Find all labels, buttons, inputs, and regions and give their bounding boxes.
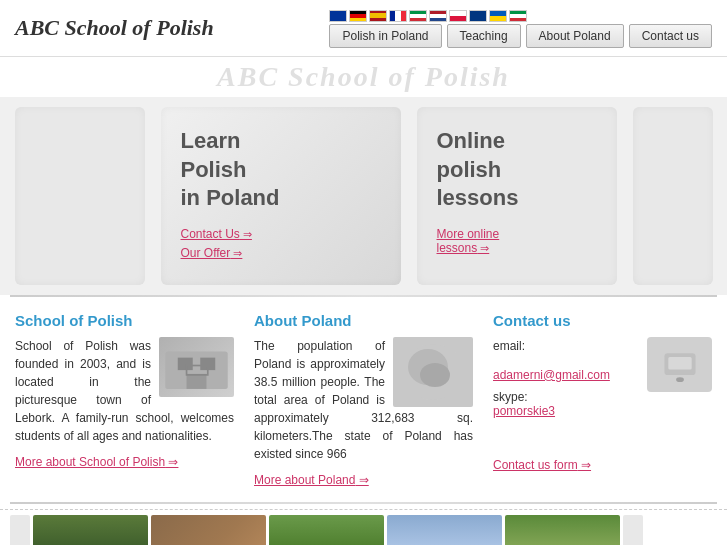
nav-about-poland[interactable]: About Poland xyxy=(526,24,624,48)
contact-title: Contact us xyxy=(493,312,712,329)
svg-rect-2 xyxy=(200,357,215,370)
nav: Polish in Poland Teaching About Poland C… xyxy=(329,24,712,48)
nav-teaching[interactable]: Teaching xyxy=(447,24,521,48)
phone-icon xyxy=(660,347,700,382)
language-flags xyxy=(329,10,527,22)
header: ABC School of Polish Polish in Poland Te… xyxy=(0,0,727,57)
flag-it[interactable] xyxy=(409,10,427,22)
hero-card-left-blank xyxy=(15,107,145,285)
flag-nl[interactable] xyxy=(429,10,447,22)
svg-rect-1 xyxy=(178,357,193,370)
svg-rect-8 xyxy=(668,357,691,369)
photo-next-button[interactable]: ▶ xyxy=(623,515,643,545)
content-divider xyxy=(10,502,717,504)
svg-point-6 xyxy=(420,363,450,387)
svg-point-9 xyxy=(676,377,684,382)
hero-contact-link[interactable]: Contact Us xyxy=(181,227,381,241)
nav-contact-us[interactable]: Contact us xyxy=(629,24,712,48)
site-title: ABC School of Polish xyxy=(15,15,214,41)
contact-col: Contact us email: adamerni@gmail.com sky… xyxy=(493,312,712,487)
skype-label: skype: xyxy=(493,390,712,404)
school-more-link[interactable]: More about School of Polish xyxy=(15,455,178,469)
hero-section: LearnPolishin Poland Contact Us Our Offe… xyxy=(0,97,727,295)
school-title: School of Polish xyxy=(15,312,234,329)
svg-rect-3 xyxy=(187,374,207,389)
flag-de[interactable] xyxy=(349,10,367,22)
hero-main-title: LearnPolishin Poland xyxy=(181,127,381,213)
poland-more-link[interactable]: More about Poland xyxy=(254,473,369,487)
contact-icon xyxy=(647,337,712,392)
poland-map xyxy=(393,337,473,407)
flag-fr[interactable] xyxy=(389,10,407,22)
poland-title: About Poland xyxy=(254,312,473,329)
photo-thumb-4 xyxy=(387,515,502,545)
photo-thumb-2 xyxy=(151,515,266,545)
content-section: School of Polish School of Polish was fo… xyxy=(0,297,727,497)
photo-prev-button[interactable]: ◀ xyxy=(10,515,30,545)
hero-offer-link[interactable]: Our Offer xyxy=(181,246,381,260)
photo-strip: ◀ ▶ xyxy=(0,509,727,545)
hero-card-right: Onlinepolishlessons More onlinelessons xyxy=(417,107,617,285)
skype-link[interactable]: pomorskie3 xyxy=(493,404,712,418)
photo-thumb-1 xyxy=(33,515,148,545)
photo-thumb-5 xyxy=(505,515,620,545)
school-image xyxy=(159,337,234,397)
photo-thumb-3 xyxy=(269,515,384,545)
hero-card-main: LearnPolishin Poland Contact Us Our Offe… xyxy=(161,107,401,285)
site-watermark: ABC School of Polish xyxy=(0,57,727,97)
poland-col: About Poland The population of Poland is… xyxy=(254,312,473,487)
hero-card-right-blank xyxy=(633,107,713,285)
hero-right-title: Onlinepolishlessons xyxy=(437,127,597,213)
flag-ru[interactable] xyxy=(469,10,487,22)
flag-it2[interactable] xyxy=(509,10,527,22)
flag-pl[interactable] xyxy=(449,10,467,22)
flag-ua[interactable] xyxy=(489,10,507,22)
flag-gb[interactable] xyxy=(329,10,347,22)
flag-es[interactable] xyxy=(369,10,387,22)
contact-form-link[interactable]: Contact us form xyxy=(493,458,591,472)
svg-rect-0 xyxy=(165,351,228,389)
header-right: Polish in Poland Teaching About Poland C… xyxy=(329,8,712,48)
hero-online-link[interactable]: More onlinelessons xyxy=(437,227,597,255)
school-col: School of Polish School of Polish was fo… xyxy=(15,312,234,487)
nav-polish-in-poland[interactable]: Polish in Poland xyxy=(329,24,441,48)
